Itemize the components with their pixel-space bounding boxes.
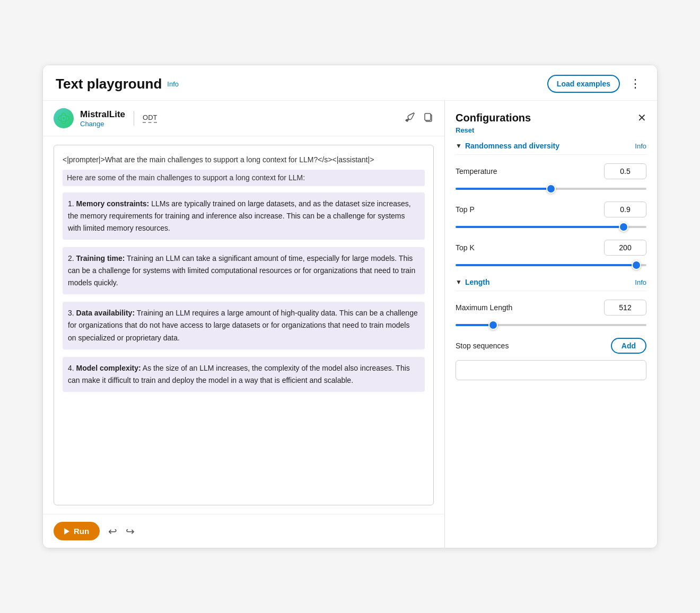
header-info-link[interactable]: Info [167, 80, 179, 88]
stop-sequences-section: Stop sequences Add [456, 338, 646, 380]
item-3-number: 3. [68, 309, 74, 317]
run-button[interactable]: Run [54, 522, 100, 540]
max-length-slider[interactable] [456, 324, 646, 326]
length-arrow-icon[interactable]: ▼ [456, 278, 462, 286]
max-length-input[interactable] [604, 300, 646, 316]
config-header: Configurations ✕ [456, 111, 646, 124]
temperature-slider-container [456, 182, 646, 192]
prompt-text: <|prompter|>What are the main challenges… [63, 154, 425, 165]
play-icon [64, 528, 69, 535]
model-details: MistralLite Change [80, 109, 125, 128]
model-bar: MistralLite Change ODT [43, 101, 444, 136]
stop-seq-header: Stop sequences Add [456, 338, 646, 354]
app-header: Text playground Info Load examples ⋮ [43, 65, 657, 101]
max-length-slider-container [456, 319, 646, 328]
config-title: Configurations [456, 112, 531, 124]
copy-icon[interactable] [423, 112, 434, 125]
randomness-info-link[interactable]: Info [635, 142, 646, 150]
item-2-number: 2. [68, 254, 74, 262]
temperature-label: Temperature [456, 167, 497, 176]
length-info-link[interactable]: Info [635, 278, 646, 286]
text-content-box[interactable]: <|prompter|>What are the main challenges… [54, 145, 434, 505]
list-item-1: 1. Memory constraints: LLMs are typicall… [63, 192, 425, 240]
randomness-title-row: ▼ Randomness and diversity [456, 142, 559, 150]
redo-button[interactable]: ↪ [126, 525, 135, 538]
main-layout: MistralLite Change ODT [43, 101, 657, 548]
header-left: Text playground Info [56, 76, 179, 92]
svg-point-4 [406, 119, 408, 121]
randomness-arrow-icon[interactable]: ▼ [456, 142, 462, 150]
svg-rect-6 [425, 113, 431, 120]
page-title: Text playground [56, 76, 162, 92]
temperature-row: Temperature [456, 163, 646, 179]
temperature-input[interactable] [604, 163, 646, 179]
item-1-number: 1. [68, 199, 74, 208]
length-section-header: ▼ Length Info [456, 278, 646, 291]
top-p-label: Top P [456, 205, 475, 214]
text-area-container: <|prompter|>What are the main challenges… [43, 136, 444, 514]
top-k-row: Top K [456, 240, 646, 256]
model-change-link[interactable]: Change [80, 120, 125, 128]
randomness-section-header: ▼ Randomness and diversity Info [456, 142, 646, 155]
max-length-label: Maximum Length [456, 303, 512, 312]
left-panel: MistralLite Change ODT [43, 101, 445, 548]
item-1-bold: Memory constraints: [76, 199, 150, 208]
length-title-row: ▼ Length [456, 278, 490, 286]
right-panel: Configurations ✕ Reset ▼ Randomness and … [445, 101, 657, 548]
item-4-number: 4. [68, 364, 74, 372]
top-p-slider[interactable] [456, 226, 646, 228]
temperature-slider[interactable] [456, 188, 646, 190]
top-k-slider-container [456, 259, 646, 268]
more-options-icon[interactable]: ⋮ [626, 76, 644, 92]
model-icon [54, 108, 74, 128]
config-close-button[interactable]: ✕ [637, 111, 646, 124]
add-stop-seq-button[interactable]: Add [611, 338, 646, 354]
top-k-label: Top K [456, 243, 475, 252]
top-k-slider[interactable] [456, 264, 646, 266]
load-examples-button[interactable]: Load examples [547, 75, 620, 93]
svg-point-3 [63, 117, 65, 119]
item-2-bold: Training time: [76, 254, 125, 262]
top-k-input[interactable] [604, 240, 646, 256]
stop-sequences-label: Stop sequences [456, 341, 509, 350]
list-item-4: 4. Model complexity: As the size of an L… [63, 357, 425, 392]
list-item-3: 3. Data availability: Training an LLM re… [63, 302, 425, 349]
config-reset-link[interactable]: Reset [456, 126, 646, 134]
brush-icon[interactable] [404, 111, 416, 126]
model-info: MistralLite Change ODT [54, 108, 157, 128]
app-container: Text playground Info Load examples ⋮ [42, 65, 658, 548]
randomness-section-title: Randomness and diversity [465, 142, 559, 150]
top-p-row: Top P [456, 202, 646, 217]
top-p-slider-container [456, 221, 646, 230]
response-header: Here are some of the main challenges to … [63, 170, 425, 186]
top-p-input[interactable] [604, 202, 646, 217]
header-right: Load examples ⋮ [547, 75, 644, 93]
bottom-bar: Run ↩ ↪ [43, 514, 444, 548]
length-section-title: Length [465, 278, 490, 286]
undo-button[interactable]: ↩ [108, 525, 117, 538]
item-3-bold: Data availability: [76, 309, 135, 317]
model-separator [134, 111, 134, 126]
list-item-2: 2. Training time: Training an LLM can ta… [63, 247, 425, 294]
max-length-row: Maximum Length [456, 300, 646, 316]
model-name: MistralLite [80, 109, 125, 120]
stop-sequences-input[interactable] [456, 360, 646, 380]
odt-badge: ODT [143, 113, 157, 123]
model-actions [404, 111, 434, 126]
item-4-bold: Model complexity: [76, 364, 141, 372]
run-label: Run [74, 527, 89, 536]
